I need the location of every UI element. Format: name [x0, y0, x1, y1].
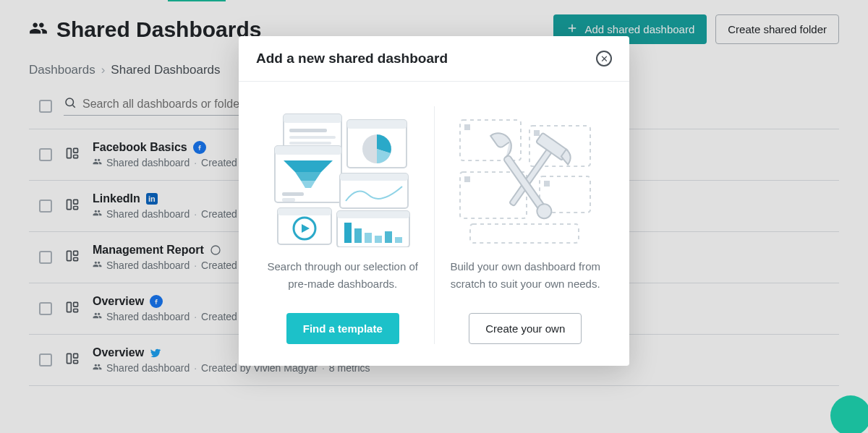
svg-rect-56 [464, 176, 470, 182]
svg-rect-23 [289, 136, 336, 139]
svg-rect-22 [289, 129, 327, 132]
template-illustration [271, 106, 415, 251]
svg-rect-45 [365, 233, 372, 243]
svg-rect-47 [385, 231, 392, 243]
modal-divider [434, 106, 435, 344]
svg-rect-26 [347, 120, 407, 129]
custom-description: Build your own dashboard from scratch to… [446, 258, 605, 293]
close-icon[interactable]: ✕ [596, 51, 612, 67]
svg-rect-50 [464, 124, 470, 130]
svg-rect-21 [284, 114, 341, 123]
custom-illustration [453, 106, 597, 251]
svg-rect-44 [354, 228, 362, 243]
svg-rect-24 [289, 142, 331, 145]
svg-rect-57 [470, 224, 579, 243]
modal-overlay[interactable]: Add a new shared dashboard ✕ [0, 0, 868, 433]
help-fab[interactable] [830, 395, 868, 433]
svg-rect-36 [340, 173, 408, 181]
svg-rect-38 [278, 208, 331, 215]
svg-rect-42 [337, 211, 409, 218]
custom-option: Build your own dashboard from scratch to… [439, 106, 613, 344]
add-dashboard-modal: Add a new shared dashboard ✕ [239, 36, 629, 366]
find-template-button[interactable]: Find a template [286, 313, 399, 344]
svg-rect-29 [275, 146, 341, 155]
template-option: Search through our selection of pre-made… [256, 106, 430, 344]
svg-rect-52 [534, 130, 540, 136]
svg-rect-43 [344, 223, 352, 243]
create-own-button[interactable]: Create your own [469, 313, 582, 344]
svg-rect-33 [282, 192, 304, 196]
modal-title: Add a new shared dashboard [256, 51, 448, 67]
svg-rect-54 [544, 181, 550, 187]
svg-rect-34 [282, 198, 295, 202]
template-description: Search through our selection of pre-made… [263, 258, 422, 293]
svg-rect-46 [375, 236, 382, 243]
svg-rect-48 [395, 237, 402, 243]
